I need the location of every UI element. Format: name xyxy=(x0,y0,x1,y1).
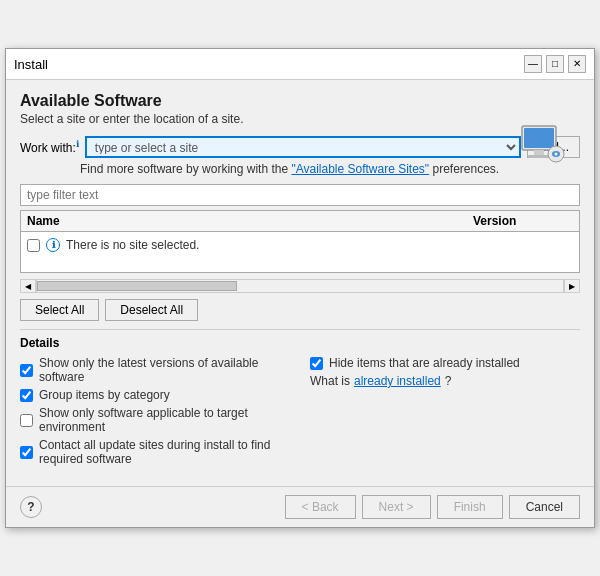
option-label-1: Show only the latest versions of availab… xyxy=(39,356,290,384)
filter-input[interactable] xyxy=(20,184,580,206)
already-installed-prefix: What is xyxy=(310,374,350,388)
scroll-right-arrow[interactable]: ▶ xyxy=(564,279,580,293)
select-all-button[interactable]: Select All xyxy=(20,299,99,321)
options-section: Show only the latest versions of availab… xyxy=(20,356,580,470)
no-site-text: There is no site selected. xyxy=(66,238,199,252)
hide-installed-label: Hide items that are already installed xyxy=(329,356,520,370)
right-option-row-1: Hide items that are already installed xyxy=(310,356,580,370)
find-more-text-after: preferences. xyxy=(429,162,499,176)
next-button[interactable]: Next > xyxy=(362,495,431,519)
row-checkbox[interactable] xyxy=(27,239,40,252)
svg-rect-1 xyxy=(524,128,554,148)
already-installed-row: What is already installed ? xyxy=(310,374,580,388)
option-row-2: Group items by category xyxy=(20,388,290,402)
option-label-4: Contact all update sites during install … xyxy=(39,438,290,466)
svg-rect-3 xyxy=(528,155,550,158)
work-with-row: Work with:ℹ type or select a site Add... xyxy=(20,136,580,158)
option-checkbox-3[interactable] xyxy=(20,414,33,427)
cancel-button[interactable]: Cancel xyxy=(509,495,580,519)
scrollbar-thumb xyxy=(37,281,237,291)
option-row-1: Show only the latest versions of availab… xyxy=(20,356,290,384)
install-window: Install — □ ✕ Available Software Select … xyxy=(5,48,595,528)
find-more-row: Find more software by working with the "… xyxy=(20,162,580,176)
minimize-button[interactable]: — xyxy=(524,55,542,73)
already-installed-link[interactable]: already installed xyxy=(354,374,441,388)
options-right: Hide items that are already installed Wh… xyxy=(310,356,580,470)
finish-button[interactable]: Finish xyxy=(437,495,503,519)
info-icon: ℹ xyxy=(46,238,60,252)
horizontal-scrollbar[interactable] xyxy=(36,279,564,293)
version-column-header: Version xyxy=(473,214,573,228)
work-with-label: Work with:ℹ xyxy=(20,139,79,155)
footer: ? < Back Next > Finish Cancel xyxy=(6,486,594,527)
content-area: Available Software Select a site or ente… xyxy=(6,80,594,486)
page-title: Available Software xyxy=(20,92,580,110)
find-more-text-before: Find more software by working with the xyxy=(80,162,291,176)
option-checkbox-1[interactable] xyxy=(20,364,33,377)
software-table: Name Version ℹ There is no site selected… xyxy=(20,210,580,273)
available-software-sites-link[interactable]: "Available Software Sites" xyxy=(291,162,429,176)
name-column-header: Name xyxy=(27,214,473,228)
site-selector[interactable]: type or select a site xyxy=(85,136,521,158)
page-subtitle: Select a site or enter the location of a… xyxy=(20,112,580,126)
hide-installed-checkbox[interactable] xyxy=(310,357,323,370)
svg-rect-2 xyxy=(534,150,544,155)
window-controls: — □ ✕ xyxy=(524,55,586,73)
option-checkbox-2[interactable] xyxy=(20,389,33,402)
option-row-4: Contact all update sites during install … xyxy=(20,438,290,466)
maximize-button[interactable]: □ xyxy=(546,55,564,73)
option-row-3: Show only software applicable to target … xyxy=(20,406,290,434)
table-header: Name Version xyxy=(21,211,579,232)
divider xyxy=(20,329,580,330)
table-body: ℹ There is no site selected. xyxy=(21,232,579,272)
option-checkbox-4[interactable] xyxy=(20,446,33,459)
select-buttons-row: Select All Deselect All xyxy=(20,299,580,321)
option-label-2: Group items by category xyxy=(39,388,170,402)
work-with-info-icon: ℹ xyxy=(76,139,79,149)
table-row: ℹ There is no site selected. xyxy=(27,236,573,254)
scrollbar-area: ◀ ▶ xyxy=(20,279,580,293)
back-button[interactable]: < Back xyxy=(285,495,356,519)
options-left: Show only the latest versions of availab… xyxy=(20,356,290,470)
svg-point-6 xyxy=(555,153,558,156)
help-button[interactable]: ? xyxy=(20,496,42,518)
already-installed-suffix: ? xyxy=(445,374,452,388)
header-icon xyxy=(518,118,566,166)
window-title: Install xyxy=(14,57,518,72)
title-bar: Install — □ ✕ xyxy=(6,49,594,80)
scroll-left-arrow[interactable]: ◀ xyxy=(20,279,36,293)
close-button[interactable]: ✕ xyxy=(568,55,586,73)
deselect-all-button[interactable]: Deselect All xyxy=(105,299,198,321)
option-label-3: Show only software applicable to target … xyxy=(39,406,290,434)
details-label: Details xyxy=(20,336,580,350)
